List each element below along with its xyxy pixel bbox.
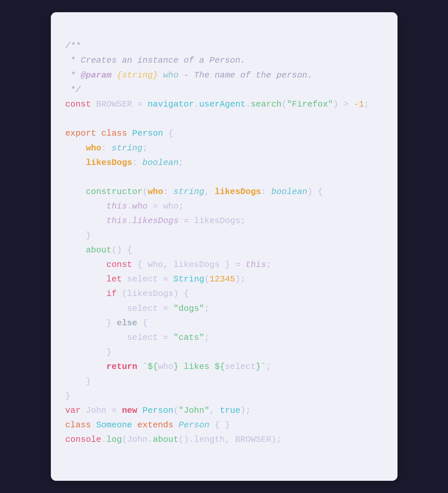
line-console-log: console.log(John.about().length, BROWSER… <box>65 435 282 444</box>
code-container: /** * Creates an instance of a Person. *… <box>51 12 397 481</box>
line-this-who: this.who = who; <box>65 201 184 211</box>
line-else: } else { <box>65 318 148 328</box>
line-if: if (likesDogs) { <box>65 289 189 299</box>
line-about-close: } <box>65 377 91 386</box>
code-block: /** * Creates an instance of a Person. *… <box>65 24 383 462</box>
line-constructor: constructor(who: string, likesDogs: bool… <box>65 187 323 197</box>
line-var-john: var John = new Person("John", true); <box>65 406 251 415</box>
line-about-open: about() { <box>65 245 132 255</box>
line-comment-1: * Creates an instance of a Person. <box>65 55 246 65</box>
line-prop-who: who: string; <box>65 143 148 153</box>
line-this-likesdogs: this.likesDogs = likesDogs; <box>65 216 246 226</box>
line-comment-2: * @param {string} who - The name of the … <box>65 70 313 80</box>
line-class-someone: class Someone extends Person { } <box>65 420 230 430</box>
line-comment-open: /** <box>65 41 81 51</box>
line-prop-likesdogs: likesDogs: boolean; <box>65 158 184 168</box>
line-return: return `${who} likes ${select}`; <box>65 362 271 372</box>
line-let-select: let select = String(12345); <box>65 274 246 284</box>
line-comment-close: */ <box>65 85 81 95</box>
line-constructor-close: } <box>65 231 91 241</box>
line-const-destruct: const { who, likesDogs } = this; <box>65 260 271 270</box>
line-class-close: } <box>65 391 71 401</box>
line-if-close: } <box>65 347 112 357</box>
line-select-cats: select = "cats"; <box>65 333 210 343</box>
line-select-dogs: select = "dogs"; <box>65 304 210 313</box>
line-const-browser: const BROWSER = navigator.userAgent.sear… <box>65 99 369 109</box>
line-export-class: export class Person { <box>65 128 174 138</box>
